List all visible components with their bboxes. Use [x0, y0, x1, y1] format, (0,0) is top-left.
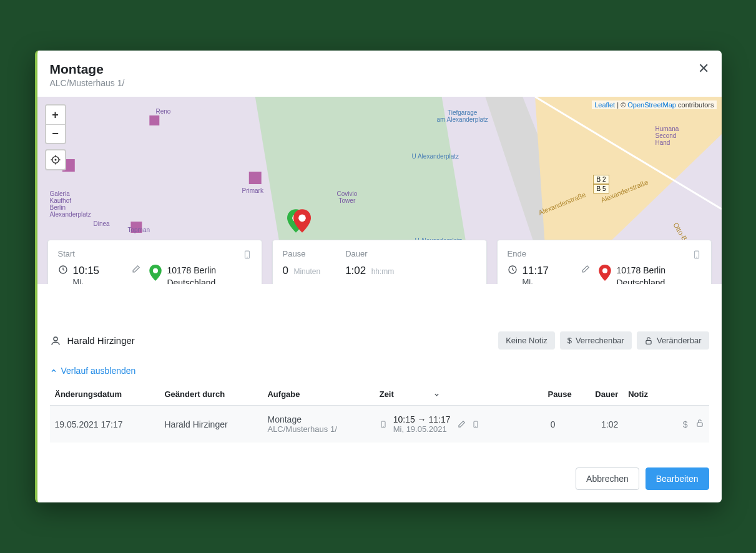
zoom-control: + − — [45, 104, 66, 144]
map-marker-end[interactable] — [293, 209, 311, 233]
clock-icon — [58, 265, 68, 275]
end-date: Mi, 19.05.2021 — [523, 277, 576, 284]
map-route-badge: B 5 — [593, 184, 609, 193]
detail-section: Harald Hirzinger Keine Notiz $ Verrechen… — [37, 284, 722, 455]
map[interactable]: Reno Primark Topman Galeria Kaufhof Berl… — [37, 97, 722, 284]
pause-unit: Minuten — [293, 267, 320, 276]
dollar-icon[interactable]: $ — [683, 419, 688, 429]
col-note: Notiz — [623, 383, 665, 406]
edit-icon[interactable] — [131, 265, 140, 274]
pause-label: Pause — [283, 249, 321, 258]
chevron-down-icon — [433, 391, 440, 398]
cell-pause: 0 — [529, 406, 576, 443]
cell-actions: $ — [665, 406, 709, 443]
map-route-badge: B 2 — [593, 175, 609, 184]
edit-button[interactable]: Bearbeiten — [646, 467, 709, 490]
svg-rect-7 — [149, 115, 159, 125]
close-icon: ✕ — [698, 61, 709, 76]
svg-point-18 — [55, 159, 56, 160]
zoom-out-button[interactable]: − — [46, 124, 65, 143]
leaflet-link[interactable]: Leaflet — [594, 101, 615, 109]
col-duration: Dauer — [577, 383, 623, 406]
col-actions — [665, 383, 709, 406]
table-row: 19.05.2021 17:17 Harald Hirzinger Montag… — [50, 406, 709, 443]
end-city: 10178 Berlin — [616, 265, 700, 277]
osm-link[interactable]: OpenStreetMap — [627, 101, 676, 109]
start-country: Deutschland — [167, 277, 251, 284]
locate-button[interactable] — [45, 149, 66, 170]
edit-icon[interactable] — [457, 420, 466, 429]
map-poi-label: Tiefgarage am Alexanderplatz — [437, 109, 488, 123]
duration-value: 1:02 — [345, 265, 366, 276]
cell-note — [623, 406, 665, 443]
dialog-window: Montage ALC/Musterhaus 1/ ✕ Reno Primark… — [35, 51, 722, 502]
map-attribution: Leaflet | © OpenStreetMap contributors — [592, 100, 716, 109]
page-title: Montage — [50, 62, 707, 77]
start-card: Start 10:15 Mi, 19.05.2021 — [47, 240, 262, 284]
cell-duration: 1:02 — [577, 406, 623, 443]
cell-changed-by: Harald Hirzinger — [160, 406, 263, 443]
billable-pill[interactable]: $ Verrechenbar — [560, 331, 632, 350]
cell-time: 10:15 → 11:17 Mi, 19.05.2021 — [375, 406, 529, 443]
editable-pill[interactable]: Veränderbar — [637, 331, 709, 350]
edit-icon[interactable] — [581, 265, 590, 274]
col-task: Aufgabe — [262, 383, 374, 406]
zoom-in-button[interactable]: + — [46, 105, 65, 124]
map-controls: + − — [45, 104, 66, 170]
map-poi-label: Primark — [242, 187, 263, 194]
history-table: Änderungsdatum Geändert durch Aufgabe Ze… — [50, 383, 709, 443]
col-changed-by: Geändert durch — [160, 383, 263, 406]
page-subtitle: ALC/Musterhaus 1/ — [50, 78, 707, 88]
unlock-icon[interactable] — [695, 419, 704, 428]
svg-point-22 — [153, 268, 158, 273]
toggle-history-button[interactable]: Verlauf ausblenden — [50, 366, 136, 376]
crosshair-icon — [50, 154, 61, 165]
col-time[interactable]: Zeit — [375, 383, 529, 406]
mobile-icon — [243, 249, 252, 263]
dollar-icon: $ — [567, 336, 572, 345]
start-card-label: Start — [58, 249, 252, 258]
map-poi-label: Topman — [128, 227, 150, 233]
end-country: Deutschland — [616, 277, 700, 284]
cell-change-date: 19.05.2021 17:17 — [50, 406, 160, 443]
map-poi-label: U Alexanderplatz — [412, 153, 459, 160]
end-time: 11:17 — [523, 265, 576, 277]
start-date: Mi, 19.05.2021 — [73, 277, 127, 284]
svg-rect-8 — [248, 172, 261, 184]
user-name: Harald Hirzinger — [67, 335, 135, 346]
svg-rect-28 — [646, 340, 651, 344]
map-poi-label: Covivio Tower — [337, 190, 358, 204]
map-poi-label: Reno — [156, 108, 171, 115]
chevron-up-icon — [50, 367, 57, 374]
pause-duration-card: Pause 0 Minuten Dauer 1:02 hh:mm — [272, 240, 487, 284]
map-poi-label: Galeria Kaufhof Berlin Alexanderplatz — [50, 190, 91, 218]
map-poi-label: Dinea — [94, 220, 110, 227]
duration-unit: hh:mm — [371, 267, 395, 276]
map-poi-label: Humana Second Hand — [655, 125, 679, 146]
svg-point-12 — [298, 215, 306, 222]
pause-value: 0 — [283, 265, 288, 276]
end-card: Ende 11:17 Mi, 19.05.2021 — [497, 240, 712, 284]
user-icon — [50, 335, 61, 346]
table-header-row: Änderungsdatum Geändert durch Aufgabe Ze… — [50, 383, 709, 406]
start-city: 10178 Berlin — [167, 265, 251, 277]
dialog-header: Montage ALC/Musterhaus 1/ ✕ — [37, 51, 722, 97]
col-pause: Pause — [529, 383, 576, 406]
plus-icon: + — [52, 109, 59, 122]
col-change-date: Änderungsdatum — [50, 383, 160, 406]
minus-icon: − — [52, 127, 59, 140]
end-card-label: Ende — [508, 249, 701, 258]
clock-icon — [508, 265, 518, 275]
svg-rect-33 — [697, 423, 702, 426]
no-note-pill[interactable]: Keine Notiz — [498, 331, 554, 350]
summary-cards: Start 10:15 Mi, 19.05.2021 — [47, 240, 712, 284]
close-button[interactable]: ✕ — [698, 62, 709, 76]
pin-icon — [599, 265, 611, 281]
start-time: 10:15 — [73, 265, 127, 277]
cancel-button[interactable]: Abbrechen — [576, 467, 639, 490]
svg-point-27 — [54, 337, 57, 341]
mobile-icon — [472, 419, 479, 429]
mobile-icon — [692, 249, 701, 263]
mobile-icon — [380, 419, 387, 429]
user-row: Harald Hirzinger Keine Notiz $ Verrechen… — [50, 331, 709, 350]
